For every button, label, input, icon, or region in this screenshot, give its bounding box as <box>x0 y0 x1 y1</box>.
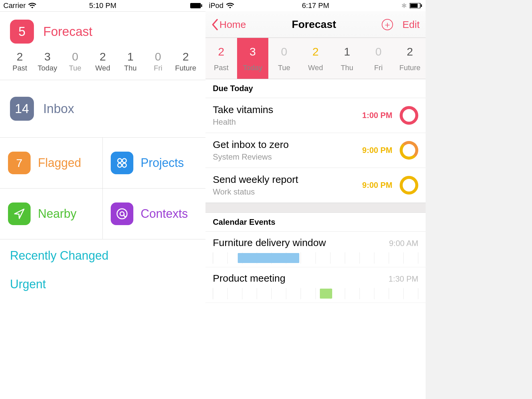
task-title: Take vitamins <box>213 104 273 115</box>
day-today[interactable]: 3 Today <box>237 38 269 79</box>
svg-rect-9 <box>410 4 418 8</box>
task-due-time: 1:00 PM <box>362 111 392 120</box>
task-project: Health <box>213 117 273 127</box>
tile-projects[interactable]: Projects <box>103 138 205 189</box>
day-count: 0 <box>268 45 300 58</box>
event-time: 1:30 PM <box>389 274 418 284</box>
task-due-time: 9:00 PM <box>362 181 392 190</box>
task-row[interactable]: Take vitamins Health 1:00 PM <box>205 98 426 133</box>
day-label: Past <box>205 64 237 72</box>
task-project: System Reviews <box>213 152 289 162</box>
task-title: Get inbox to zero <box>213 139 289 150</box>
day-count: 2 <box>300 45 332 58</box>
battery-icon <box>410 3 422 8</box>
task-complete-ring[interactable] <box>400 106 418 125</box>
day-thu[interactable]: 1 Thu <box>117 50 144 72</box>
day-fri[interactable]: 0 Fri <box>144 50 172 72</box>
add-button[interactable]: ＋ <box>382 19 393 30</box>
day-count: 2 <box>205 45 237 58</box>
edit-button[interactable]: Edit <box>402 19 420 30</box>
bluetooth-icon: ✱ <box>401 2 407 10</box>
event-title: Product meeting <box>213 273 285 284</box>
link-recently-changed[interactable]: Recently Changed <box>10 249 196 263</box>
day-count: 2 <box>6 50 34 63</box>
nav-bar: Home Forecast ＋ Edit <box>205 11 426 38</box>
nearby-label: Nearby <box>38 207 76 221</box>
contexts-icon <box>111 202 133 225</box>
tile-grid: 7 Flagged Projects Nearby Contexts <box>0 138 205 239</box>
task-list: Take vitamins Health 1:00 PM Get inbox t… <box>205 98 426 203</box>
status-time: 6:17 PM <box>205 1 426 10</box>
task-row[interactable]: Get inbox to zero System Reviews 9:00 PM <box>205 133 426 168</box>
tile-nearby[interactable]: Nearby <box>0 189 103 239</box>
day-past[interactable]: 2 Past <box>6 50 34 72</box>
day-count: 3 <box>237 45 269 58</box>
svg-rect-0 <box>190 3 201 8</box>
status-bar: iPod 6:17 PM ✱ <box>205 0 426 11</box>
task-due-time: 9:00 PM <box>362 146 392 155</box>
day-today[interactable]: 3 Today <box>34 50 61 72</box>
event-row[interactable]: Furniture delivery window 9:00 AM <box>205 232 426 267</box>
tile-flagged[interactable]: 7 Flagged <box>0 138 103 189</box>
section-gap <box>205 203 426 213</box>
tile-contexts[interactable]: Contexts <box>103 189 205 239</box>
day-future[interactable]: 2 Future <box>172 50 200 72</box>
wifi-icon <box>28 3 36 9</box>
day-count: 2 <box>394 45 426 58</box>
carrier-label: iPod <box>209 1 223 10</box>
contexts-label: Contexts <box>141 207 188 221</box>
svg-point-6 <box>117 209 127 219</box>
back-button[interactable]: Home <box>211 19 246 30</box>
link-urgent[interactable]: Urgent <box>10 277 196 291</box>
day-label: Today <box>237 64 269 72</box>
day-future[interactable]: 2 Future <box>394 38 426 79</box>
day-thu[interactable]: 1 Thu <box>331 38 363 79</box>
day-fri[interactable]: 0 Fri <box>363 38 394 79</box>
svg-point-7 <box>120 212 124 216</box>
inbox-badge: 14 <box>10 97 34 121</box>
day-label: Fri <box>144 64 172 72</box>
day-selector: 2 Past3 Today0 Tue2 Wed1 Thu0 Fri2 Futur… <box>205 38 426 79</box>
event-time: 9:00 AM <box>389 239 418 248</box>
back-label: Home <box>219 19 246 30</box>
event-list: Furniture delivery window 9:00 AM Produc… <box>205 232 426 303</box>
forecast-count: 5 <box>18 25 25 39</box>
status-bar: Carrier 5:10 PM <box>0 0 205 11</box>
forecast-screen: iPod 6:17 PM ✱ Home Forecast ＋ Edit 2 Pa… <box>205 0 426 399</box>
task-row[interactable]: Send weekly report Work status 9:00 PM <box>205 168 426 203</box>
inbox-count: 14 <box>15 102 29 116</box>
day-past[interactable]: 2 Past <box>205 38 237 79</box>
day-tue[interactable]: 0 Tue <box>61 50 89 72</box>
day-label: Wed <box>300 64 332 72</box>
event-timeline <box>213 288 418 299</box>
nearby-icon <box>8 202 31 225</box>
day-count: 0 <box>363 45 394 58</box>
event-row[interactable]: Product meeting 1:30 PM <box>205 267 426 303</box>
svg-rect-1 <box>201 4 202 7</box>
projects-label: Projects <box>141 156 184 170</box>
battery-icon <box>190 3 202 8</box>
day-tue[interactable]: 0 Tue <box>268 38 300 79</box>
tile-inbox[interactable]: 14 Inbox <box>0 80 205 138</box>
day-label: Thu <box>117 64 144 72</box>
event-duration-bar <box>320 289 332 299</box>
day-count: 2 <box>172 50 200 63</box>
flagged-label: Flagged <box>38 156 81 170</box>
day-wed[interactable]: 2 Wed <box>300 38 332 79</box>
day-count: 0 <box>144 50 172 63</box>
tile-forecast[interactable]: 5 Forecast <box>0 12 205 44</box>
task-title: Send weekly report <box>213 174 298 185</box>
forecast-badge: 5 <box>10 20 34 44</box>
task-complete-ring[interactable] <box>400 176 418 195</box>
wifi-icon <box>226 3 234 9</box>
day-count: 2 <box>89 50 116 63</box>
day-wed[interactable]: 2 Wed <box>89 50 116 72</box>
day-label: Tue <box>268 64 300 72</box>
svg-point-5 <box>122 163 126 167</box>
day-label: Fri <box>363 64 394 72</box>
task-complete-ring[interactable] <box>400 141 418 160</box>
day-label: Past <box>6 64 34 72</box>
day-label: Wed <box>89 64 116 72</box>
day-label: Today <box>34 64 61 72</box>
carrier-label: Carrier <box>3 1 26 10</box>
